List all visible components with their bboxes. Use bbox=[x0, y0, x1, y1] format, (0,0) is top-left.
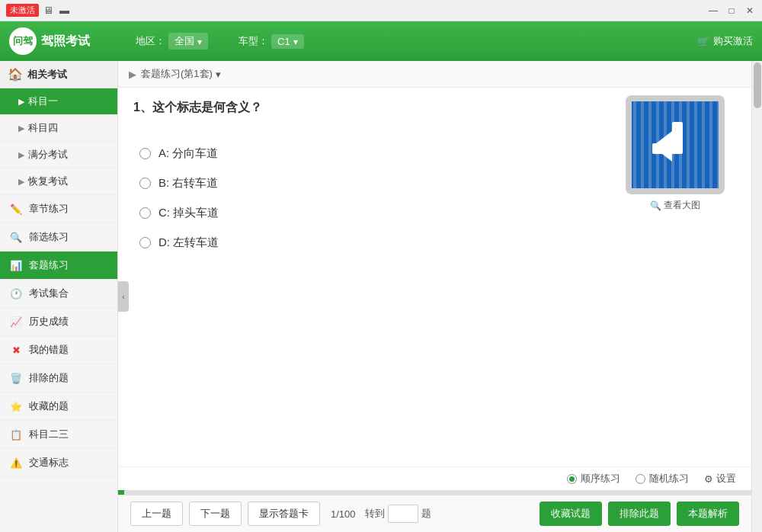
minimize-icon: ▬ bbox=[59, 5, 69, 16]
next-button[interactable]: 下一题 bbox=[189, 502, 242, 526]
close-button[interactable]: ✕ bbox=[741, 3, 759, 18]
nav-item-label: 章节练习 bbox=[29, 202, 69, 216]
right-scrollbar[interactable] bbox=[751, 61, 762, 532]
option-d[interactable]: D: 左转车道 bbox=[133, 228, 736, 258]
option-c-label: C: 掉头车道 bbox=[158, 206, 219, 220]
sequential-radio[interactable] bbox=[567, 474, 577, 484]
sidebar-item-collected[interactable]: ⭐ 收藏的题 bbox=[0, 393, 117, 421]
content-area: ▶ 套题练习(第1套) ▾ 1、这个标志是何含义？ bbox=[118, 61, 751, 532]
arrow-icon: ▶ bbox=[18, 97, 24, 107]
clock-icon: 🕐 bbox=[8, 288, 24, 300]
sequential-label: 顺序练习 bbox=[581, 472, 620, 486]
sidebar-item-label: 科目一 bbox=[28, 95, 58, 108]
maximize-button[interactable]: □ bbox=[722, 3, 741, 18]
view-large-button[interactable]: 🔍 查看大图 bbox=[650, 199, 700, 212]
jump-input[interactable] bbox=[388, 505, 418, 523]
arrow-icon: ▶ bbox=[18, 177, 24, 187]
sidebar-item-exam-set[interactable]: 🕐 考试集合 bbox=[0, 280, 117, 308]
settings-label: 设置 bbox=[716, 472, 736, 486]
sidebar-item-subject1[interactable]: ▶ 科目一 bbox=[0, 88, 117, 115]
random-radio[interactable] bbox=[636, 474, 645, 484]
traffic-sign-inner bbox=[641, 111, 709, 179]
nav-item-label: 收藏的题 bbox=[29, 399, 69, 413]
exclude-button[interactable]: 排除此题 bbox=[608, 502, 671, 526]
page-count: 1/100 bbox=[331, 508, 356, 520]
region-label: 地区： bbox=[136, 34, 165, 48]
nav-item-label: 排除的题 bbox=[29, 371, 69, 385]
sidebar-item-restore[interactable]: ▶ 恢复考试 bbox=[0, 168, 117, 195]
doc-icon: 📋 bbox=[8, 429, 24, 441]
sidebar-collapse-handle[interactable]: ‹ bbox=[118, 281, 129, 312]
nav-item-label: 考试集合 bbox=[29, 287, 69, 300]
breadcrumb-dropdown-icon[interactable]: ▾ bbox=[216, 69, 221, 80]
radio-a[interactable] bbox=[139, 148, 151, 159]
region-dropdown-icon bbox=[197, 36, 202, 47]
sequential-option[interactable]: 顺序练习 bbox=[567, 472, 620, 486]
window-icon: 🖥 bbox=[43, 5, 53, 16]
sidebar-item-full-score[interactable]: ▶ 满分考试 bbox=[0, 142, 117, 168]
svg-rect-2 bbox=[652, 143, 683, 154]
answer-card-button[interactable]: 显示答题卡 bbox=[248, 502, 320, 526]
breadcrumb-text: 套题练习(第1套) bbox=[141, 67, 213, 81]
jump-suffix: 题 bbox=[421, 507, 431, 521]
sidebar: 🏠 相关考试 ▶ 科目一 ▶ 科目四 ▶ 满分考试 ▶ 恢复考试 ✏️ 章节练习… bbox=[0, 61, 118, 532]
region-value[interactable]: 全国 bbox=[168, 33, 208, 50]
sidebar-item-traffic-signs[interactable]: ⚠️ 交通标志 bbox=[0, 449, 117, 477]
sidebar-item-excluded[interactable]: 🗑️ 排除的题 bbox=[0, 364, 117, 393]
sidebar-item-history[interactable]: 📈 历史成绩 bbox=[0, 308, 117, 336]
sidebar-item-label: 恢复考试 bbox=[28, 175, 68, 188]
random-label: 随机练习 bbox=[649, 472, 689, 486]
radio-c[interactable] bbox=[139, 207, 151, 219]
jump-label: 转到 bbox=[365, 507, 385, 521]
minimize-button[interactable]: — bbox=[704, 3, 722, 18]
home-icon: 🏠 bbox=[8, 67, 23, 82]
filter-icon: 🔍 bbox=[8, 232, 24, 243]
scroll-thumb[interactable] bbox=[754, 62, 761, 108]
left-turn-arrow-svg bbox=[645, 114, 706, 175]
sidebar-item-set-practice[interactable]: 📊 套题练习 bbox=[0, 252, 117, 280]
trash-icon: 🗑️ bbox=[8, 373, 24, 384]
random-option[interactable]: 随机练习 bbox=[636, 472, 689, 486]
error-icon: ✖ bbox=[8, 345, 24, 356]
sidebar-item-chapter[interactable]: ✏️ 章节练习 bbox=[0, 195, 117, 223]
car-type-dropdown-icon bbox=[293, 36, 298, 47]
radio-d[interactable] bbox=[139, 237, 151, 248]
radio-b[interactable] bbox=[139, 178, 151, 189]
car-type-selector[interactable]: 车型： C1 bbox=[239, 34, 304, 49]
chart-icon: 📊 bbox=[8, 260, 24, 271]
title-bar-left: 未激活 🖥 ▬ bbox=[0, 0, 69, 21]
magnifier-icon: 🔍 bbox=[650, 200, 661, 211]
page-info: 1/100 转到 题 bbox=[331, 505, 431, 523]
prev-button[interactable]: 上一题 bbox=[130, 502, 183, 526]
question-image: 🔍 查看大图 bbox=[622, 95, 728, 212]
option-b-label: B: 右转车道 bbox=[158, 176, 218, 191]
sidebar-section-related[interactable]: 🏠 相关考试 bbox=[0, 61, 117, 88]
sidebar-section-title: 相关考试 bbox=[27, 68, 67, 82]
buy-label: 购买激活 bbox=[713, 34, 753, 48]
region-selector[interactable]: 地区： 全国 bbox=[136, 33, 208, 50]
question-body: 、这个标志是何含义？ bbox=[140, 101, 262, 114]
nav-item-label: 筛选练习 bbox=[29, 230, 69, 244]
star-icon: ⭐ bbox=[8, 401, 24, 412]
sidebar-item-label: 满分考试 bbox=[28, 148, 68, 162]
pencil-icon: ✏️ bbox=[8, 204, 24, 215]
sidebar-item-subject4[interactable]: ▶ 科目四 bbox=[0, 115, 117, 142]
main-layout: 🏠 相关考试 ▶ 科目一 ▶ 科目四 ▶ 满分考试 ▶ 恢复考试 ✏️ 章节练习… bbox=[0, 61, 762, 532]
analyze-button[interactable]: 本题解析 bbox=[677, 502, 739, 526]
breadcrumb-arrow-icon: ▶ bbox=[129, 69, 136, 80]
arrow-icon: ▶ bbox=[18, 123, 24, 133]
settings-button[interactable]: ⚙ 设置 bbox=[704, 472, 736, 486]
collect-button[interactable]: 收藏试题 bbox=[539, 502, 602, 526]
traffic-sign bbox=[626, 95, 725, 194]
gear-icon: ⚙ bbox=[704, 473, 713, 485]
car-type-value[interactable]: C1 bbox=[271, 34, 304, 49]
logo-text: 问驾 bbox=[13, 34, 33, 48]
sidebar-item-subject23[interactable]: 📋 科目二三 bbox=[0, 421, 117, 449]
nav-item-label: 历史成绩 bbox=[29, 315, 69, 328]
title-bar: 未激活 🖥 ▬ — □ ✕ bbox=[0, 0, 762, 21]
buy-button[interactable]: 🛒 购买激活 bbox=[697, 34, 753, 48]
sidebar-item-mistakes[interactable]: ✖ 我的错题 bbox=[0, 336, 117, 364]
option-d-label: D: 左转车道 bbox=[158, 236, 219, 250]
option-a-label: A: 分向车道 bbox=[158, 146, 218, 161]
sidebar-item-filter[interactable]: 🔍 筛选练习 bbox=[0, 223, 117, 252]
